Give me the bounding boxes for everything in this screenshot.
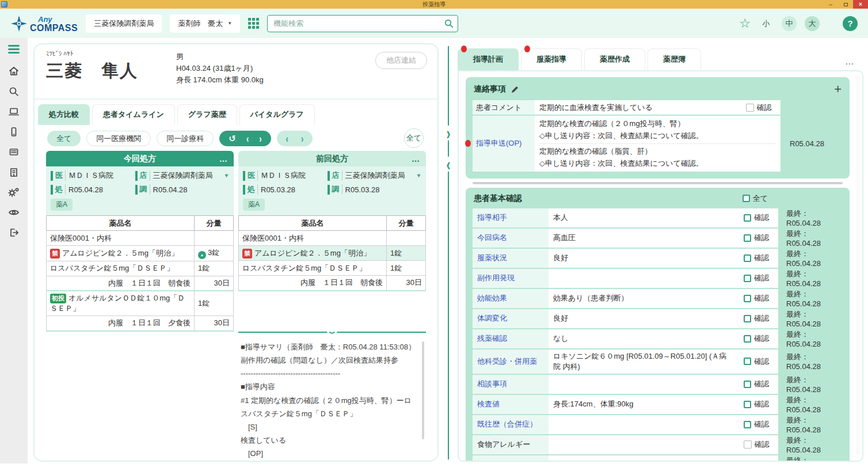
rx-nav-secondary[interactable]: ‹ ›	[277, 131, 313, 146]
chevron-down-icon[interactable]: ▼	[416, 173, 421, 178]
sheet-badge[interactable]: 薬A	[51, 199, 73, 211]
drawer-icon[interactable]	[8, 146, 20, 158]
contact-row-value: 定期的に血液検査を実施している	[535, 100, 737, 115]
contact-title: 連絡事項	[474, 84, 506, 94]
table-row[interactable]: ロスバスタチン錠５mg「ＤＳＥＰ」 1錠	[47, 261, 234, 276]
confirm-checkbox[interactable]	[744, 421, 751, 428]
settings-gears-icon[interactable]	[8, 187, 20, 198]
guidance-body: 連絡事項 + 患者コメント 定期的に血液検査を実施している 確認 指導申送(OP…	[458, 70, 863, 462]
logout-icon[interactable]	[8, 227, 20, 238]
same-department-button[interactable]: 同一診療科	[157, 131, 214, 146]
summary-line: [OP]	[241, 447, 418, 460]
confirm-checkbox[interactable]	[744, 335, 751, 343]
filter-all-button[interactable]: 全て	[47, 131, 81, 146]
prev-arrow-icon[interactable]: ‹	[246, 132, 249, 145]
more-menu-icon[interactable]: …	[412, 154, 420, 164]
font-size-medium-button[interactable]: 中	[782, 16, 797, 31]
confirm-checkbox[interactable]	[746, 104, 754, 112]
row-value	[549, 455, 734, 462]
prev-arrow-icon[interactable]: ‹	[286, 132, 288, 145]
app-logo: Any COMPASS	[10, 14, 78, 33]
more-menu-icon[interactable]: …	[837, 56, 863, 70]
mobile-icon[interactable]	[8, 126, 20, 138]
search-icon[interactable]	[444, 19, 454, 28]
refresh-icon[interactable]: ↺	[229, 134, 236, 144]
maximize-button[interactable]	[838, 0, 853, 9]
app-grid-menu-icon[interactable]	[248, 18, 259, 29]
store-field[interactable]: 店 三菱保険調剤薬局 ▼	[328, 170, 421, 181]
hamburger-menu-icon[interactable]	[8, 45, 20, 54]
function-search-input[interactable]	[267, 15, 458, 32]
summary-scrollbar[interactable]	[422, 341, 424, 439]
minimize-button[interactable]: –	[823, 0, 838, 9]
confirm-checkbox[interactable]	[744, 295, 751, 302]
basic-confirm-section: 患者基本確認 全て 指導相手 本人 確認 最終：R05.04.28 今回病名 高…	[466, 188, 850, 462]
tab-graph-history[interactable]: グラフ薬歴	[177, 104, 237, 125]
horizontal-scrollbar[interactable]	[467, 180, 848, 186]
user-selector[interactable]: 薬剤師 憂太 ▼	[170, 14, 240, 33]
rx-nav-primary[interactable]: ↺ ‹ ›	[219, 131, 271, 146]
guidance-summary-text: ■指導サマリ（薬剤師 憂太：R05.04.28 11:53:08）副作用の確認（…	[238, 338, 426, 462]
confirm-checkbox[interactable]	[744, 234, 751, 242]
table-row[interactable]: 保険医0001・内科	[239, 231, 426, 246]
op-forward-label[interactable]: 指導申送(OP)	[476, 138, 521, 149]
confirm-label: 確認	[757, 102, 772, 113]
store-field[interactable]: 店 三菱保険調剤薬局 ▼	[135, 170, 229, 181]
column-header-drug: 薬品名	[239, 216, 387, 231]
search-icon[interactable]	[8, 86, 20, 97]
tab-medication-guidance[interactable]: 服薬指導	[521, 48, 582, 70]
home-icon[interactable]	[8, 66, 20, 77]
table-row[interactable]: 初投オルメサルタンＯＤ錠１０mg「ＤＳＥＰ」 1錠	[47, 291, 234, 316]
table-row[interactable]: 禁アムロジピン錠２．５mg「明治」 ▲3錠	[47, 246, 234, 261]
confirm-checkbox[interactable]	[744, 214, 751, 222]
row-value: 本人	[549, 208, 734, 227]
table-row[interactable]: 保険医0001・内科	[47, 231, 234, 246]
eye-icon[interactable]	[8, 207, 20, 218]
hospital-building-icon[interactable]	[8, 166, 20, 178]
tab-patient-timeline[interactable]: 患者タイムライン	[92, 104, 175, 125]
font-size-large-button[interactable]: 大	[805, 16, 820, 31]
usage-row: 内服 １日１回 朝食後 30日	[47, 276, 234, 291]
font-size-small-button[interactable]: 小	[759, 16, 774, 31]
tab-history-book[interactable]: 薬歴簿	[648, 48, 701, 70]
confirm-checkbox[interactable]	[744, 440, 752, 449]
favorite-star-icon[interactable]: ☆	[739, 17, 751, 30]
confirm-all-label: 全て	[753, 193, 768, 204]
close-button[interactable]: ×	[853, 0, 868, 9]
confirm-checkbox[interactable]	[744, 315, 751, 322]
expand-right-button[interactable]: ›	[442, 126, 455, 140]
row-label: 指導相手	[473, 208, 549, 227]
confirm-checkbox[interactable]	[744, 401, 751, 408]
sheet-badge[interactable]: 薬A	[243, 199, 265, 211]
table-row-highlighted[interactable]: 禁アムロジピン錠２．５mg「明治」 1錠	[239, 246, 426, 261]
tab-guidance-plan[interactable]: 指導計画	[458, 48, 519, 70]
basic-confirm-row: 効能効果 効果あり（患者判断） 確認 最終：R05.04.28	[473, 289, 843, 308]
edit-pencil-icon[interactable]	[511, 85, 519, 94]
help-icon[interactable]: ?	[843, 16, 858, 31]
tab-vital-graph[interactable]: バイタルグラフ	[239, 104, 315, 125]
chevron-down-icon[interactable]: ›	[327, 328, 337, 338]
vertical-scrollbar[interactable]	[856, 75, 860, 455]
summary-divider[interactable]: ›	[238, 328, 426, 337]
tab-prescription-compare[interactable]: 処方比較	[38, 104, 90, 125]
add-icon[interactable]: +	[834, 83, 842, 96]
confirm-checkbox[interactable]	[744, 461, 752, 462]
collapse-left-button[interactable]: ‹	[442, 157, 455, 172]
table-row[interactable]: ロスバスタチン錠５mg「ＤＳＥＰ」 1錠	[239, 261, 426, 276]
more-menu-icon[interactable]: …	[219, 154, 228, 164]
show-all-button[interactable]: 全て	[404, 128, 424, 148]
same-institution-button[interactable]: 同一医療機関	[86, 131, 151, 146]
next-arrow-icon[interactable]: ›	[301, 132, 303, 145]
confirm-checkbox[interactable]	[744, 358, 751, 365]
confirm-all-checkbox[interactable]	[743, 195, 750, 202]
dose-increase-icon: ▲	[198, 251, 206, 259]
next-arrow-icon[interactable]: ›	[259, 132, 261, 145]
confirm-checkbox[interactable]	[744, 275, 751, 282]
laptop-icon[interactable]	[8, 106, 20, 117]
confirm-checkbox[interactable]	[744, 381, 751, 388]
tab-history-create[interactable]: 薬歴作成	[584, 48, 645, 70]
chevron-down-icon[interactable]: ▼	[224, 173, 229, 178]
other-store-link-button[interactable]: 他店連結	[375, 52, 427, 69]
basic-confirm-row: 服薬状況 良好 確認 最終：R05.04.28	[473, 249, 843, 268]
confirm-checkbox[interactable]	[744, 254, 751, 262]
